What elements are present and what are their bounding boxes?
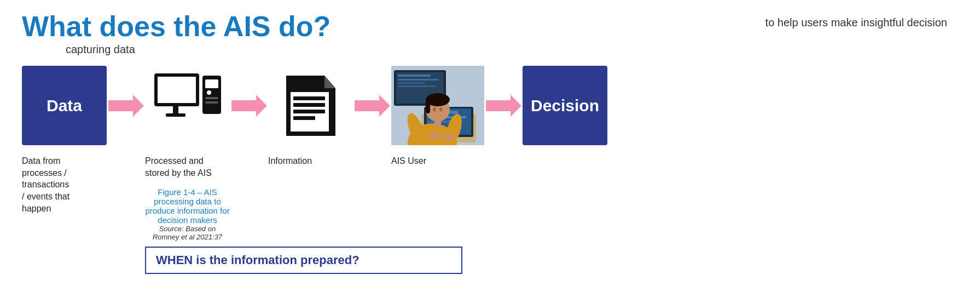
arrow-3-icon <box>355 95 390 117</box>
svg-rect-26 <box>398 85 436 87</box>
label-computer: Processed andstored by the AIS <box>145 155 230 179</box>
svg-point-42 <box>428 133 442 139</box>
figure-caption-title: Figure 1-4 – AIS processing data to prod… <box>145 187 230 225</box>
svg-rect-2 <box>158 77 196 103</box>
svg-rect-24 <box>398 79 439 81</box>
svg-rect-6 <box>205 79 218 88</box>
svg-marker-19 <box>355 95 390 117</box>
svg-rect-23 <box>398 75 431 77</box>
arrow-1-icon <box>108 95 144 117</box>
arrow-4-icon <box>486 95 521 117</box>
svg-rect-15 <box>293 96 325 100</box>
svg-rect-4 <box>166 113 185 117</box>
svg-point-38 <box>439 107 443 112</box>
when-box: WHEN is the information prepared? <box>145 247 462 274</box>
ais-user-scene <box>391 66 484 145</box>
when-box-title: WHEN is the information prepared? <box>156 253 359 267</box>
svg-point-7 <box>207 90 211 95</box>
computer-icon <box>152 73 223 139</box>
svg-marker-10 <box>231 95 267 117</box>
ais-user-photo <box>391 66 484 145</box>
svg-rect-9 <box>205 101 218 104</box>
label-photo: AIS User <box>391 155 484 167</box>
computer-icon-box <box>145 66 230 145</box>
arrow-3 <box>353 93 391 118</box>
arrow-2 <box>230 93 268 118</box>
subtitle-handwritten: capturing data <box>66 43 958 56</box>
svg-rect-39 <box>434 119 441 128</box>
arrow-1 <box>107 93 145 118</box>
document-icon <box>283 73 338 139</box>
document-icon-box <box>268 66 353 145</box>
label-computer-area: Processed andstored by the AIS Figure 1-… <box>145 155 230 274</box>
svg-rect-36 <box>426 100 430 113</box>
figure-caption: Figure 1-4 – AIS processing data to prod… <box>145 187 230 241</box>
arrow-4 <box>484 93 523 118</box>
svg-rect-8 <box>205 97 218 99</box>
decision-box-label: Decision <box>531 96 599 115</box>
svg-rect-17 <box>293 110 325 113</box>
svg-point-43 <box>443 134 455 140</box>
arrow-2-icon <box>231 95 267 117</box>
data-box: Data <box>22 66 107 145</box>
svg-rect-16 <box>293 103 325 107</box>
svg-marker-13 <box>324 76 335 88</box>
svg-rect-3 <box>173 106 178 114</box>
top-right-label: to help users make insightful decision <box>766 16 947 29</box>
label-document: Information <box>268 155 353 167</box>
svg-marker-44 <box>486 95 521 117</box>
svg-point-37 <box>433 107 436 112</box>
flow-row: Data <box>22 66 958 145</box>
decision-box: Decision <box>523 66 607 145</box>
svg-marker-0 <box>108 95 144 117</box>
page-container: to help users make insightful decision W… <box>0 0 980 303</box>
labels-row: Data fromprocesses /transactions/ events… <box>22 155 958 274</box>
data-box-label: Data <box>47 96 82 115</box>
figure-caption-source: Source: Based on Romney et al 2021:37 <box>145 225 230 241</box>
svg-rect-18 <box>293 116 315 120</box>
svg-rect-25 <box>398 82 425 84</box>
label-data: Data fromprocesses /transactions/ events… <box>22 155 107 214</box>
